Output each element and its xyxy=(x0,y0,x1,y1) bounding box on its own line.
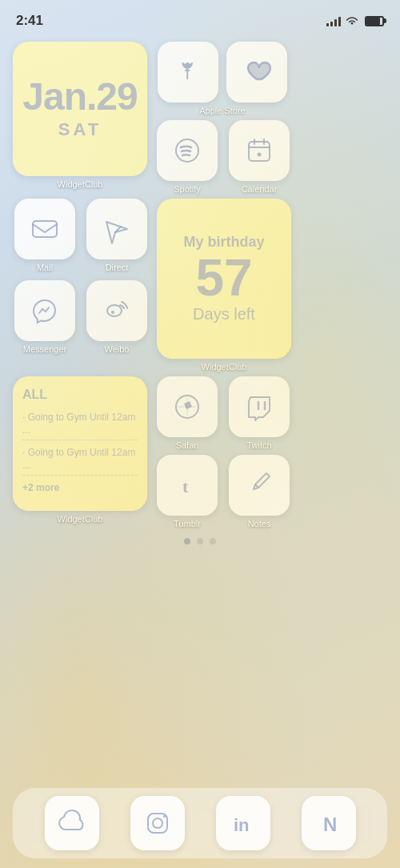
widgetclub-reminder-label: WidgetClub xyxy=(48,514,112,524)
app-spotify[interactable]: Spotify xyxy=(155,120,219,194)
widgetclub-date-label: WidgetClub xyxy=(48,179,112,189)
dock: in N xyxy=(13,788,387,858)
dock-instagram[interactable] xyxy=(130,796,185,850)
messenger-label: Messenger xyxy=(13,344,77,354)
widgetclub-reminder-widget[interactable]: ALL · Going to Gym Until 12am ... · Goin… xyxy=(13,376,147,524)
row-1: Jan.29 SAT WidgetClub xyxy=(13,42,387,194)
spotify-calendar-row: Spotify Calendar xyxy=(155,120,291,194)
reminder-more: +2 more xyxy=(22,482,138,493)
status-icons xyxy=(326,15,384,26)
svg-point-7 xyxy=(111,311,114,314)
page-indicator xyxy=(0,538,400,545)
battery-icon xyxy=(365,16,384,26)
app-calendar[interactable]: Calendar xyxy=(227,120,291,194)
calendar-label: Calendar xyxy=(227,184,291,194)
dot-2 xyxy=(197,538,203,545)
svg-rect-6 xyxy=(33,221,57,237)
dock-linkedin[interactable]: in xyxy=(216,796,270,850)
reminder-item-1: · Going to Gym Until 12am ... xyxy=(22,408,138,440)
dock-netflix[interactable]: N xyxy=(302,796,356,850)
svg-point-15 xyxy=(153,818,162,828)
app-apple-store[interactable] xyxy=(158,42,218,102)
svg-point-5 xyxy=(258,153,262,157)
birthday-subtitle: Days left xyxy=(193,305,255,323)
dock-icloud[interactable] xyxy=(45,796,99,850)
app-messenger[interactable]: Messenger xyxy=(13,280,77,354)
svg-text:t: t xyxy=(182,476,189,496)
status-bar: 2:41 xyxy=(0,0,400,35)
spotify-label: Spotify xyxy=(155,184,219,194)
birthday-title: My birthday xyxy=(183,234,264,251)
wifi-icon xyxy=(346,16,358,26)
app-health[interactable] xyxy=(226,42,287,102)
app-safari[interactable]: Safari xyxy=(155,376,219,450)
app-weibo[interactable]: Weibo xyxy=(85,280,149,354)
direct-label: Direct xyxy=(85,263,149,272)
reminder-heading: ALL xyxy=(22,388,138,402)
svg-text:N: N xyxy=(323,814,337,835)
tumblr-label: Tumblr xyxy=(155,519,219,528)
widgetclub-birthday-label: WidgetClub xyxy=(192,362,256,372)
status-time: 2:41 xyxy=(16,13,43,29)
widgetclub-birthday-widget[interactable]: My birthday 57 Days left WidgetClub xyxy=(157,199,291,372)
mail-label: Mail xyxy=(13,263,77,272)
svg-rect-1 xyxy=(249,142,270,161)
app-twitch[interactable]: Twitch xyxy=(227,376,291,450)
day-text: SAT xyxy=(58,119,102,140)
dot-3 xyxy=(210,538,216,545)
app-mail[interactable]: Mail xyxy=(13,199,77,272)
date-text: Jan.29 xyxy=(22,78,137,116)
apple-store-group: Apple Store xyxy=(155,42,290,115)
svg-text:in: in xyxy=(234,815,250,835)
weibo-label: Weibo xyxy=(85,344,149,354)
app-notes[interactable]: Notes xyxy=(227,455,291,528)
notes-label: Notes xyxy=(227,519,291,528)
reminder-item-2: · Going to Gym Until 12am ... xyxy=(22,444,138,476)
dot-1 xyxy=(184,538,190,545)
app-tumblr[interactable]: t Tumblr xyxy=(155,455,219,528)
widgetclub-date-widget[interactable]: Jan.29 SAT WidgetClub xyxy=(13,42,147,189)
twitch-label: Twitch xyxy=(227,440,291,450)
row-3: ALL · Going to Gym Until 12am ... · Goin… xyxy=(13,376,387,528)
row-2: Mail Messenger xyxy=(13,199,387,372)
birthday-number: 57 xyxy=(195,252,252,303)
svg-point-16 xyxy=(163,815,166,818)
apple-store-label: Apple Store xyxy=(155,106,290,115)
signal-icon xyxy=(326,15,341,26)
app-direct[interactable]: Direct xyxy=(85,199,149,272)
safari-label: Safari xyxy=(155,440,219,450)
